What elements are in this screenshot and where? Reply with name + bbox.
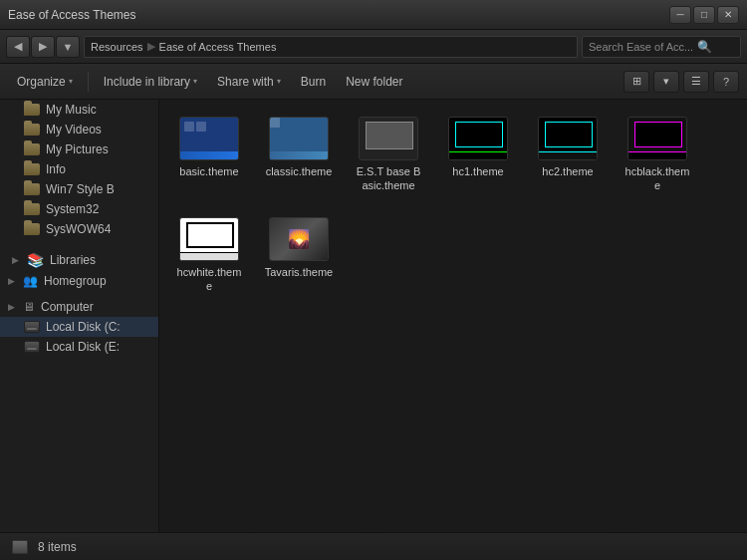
folder-icon [24,203,40,215]
sidebar-item-my-pictures[interactable]: My Pictures [0,140,158,159]
file-label: Tavaris.theme [265,265,333,279]
new-folder-button[interactable]: New folder [337,69,411,95]
expand-arrow: ▶ [8,302,15,312]
toolbar: Organize ▾ Include in library ▾ Share wi… [0,64,747,100]
file-item[interactable]: hcblack.theme [618,110,697,200]
back-button[interactable]: ◀ [6,36,30,58]
share-with-dropdown-arrow: ▾ [277,77,281,86]
status-item-count: 8 items [38,540,77,554]
sidebar-item-my-music[interactable]: My Music [0,100,158,120]
title-bar: Ease of Access Themes ─ □ ✕ [0,0,747,30]
folder-icon [24,223,40,235]
view-dropdown-button[interactable]: ▾ [653,71,679,93]
toolbar-right: ⊞ ▾ ☰ ? [623,71,739,93]
sidebar: My Music My Videos My Pictures Info Win7… [0,100,159,532]
burn-button[interactable]: Burn [292,69,335,95]
file-icon-est [359,117,418,160]
file-icon-hcblack [627,117,687,160]
dropdown-button[interactable]: ▼ [56,36,80,58]
expand-arrow: ▶ [8,276,15,286]
file-item[interactable]: hc1.theme [438,110,518,200]
include-library-dropdown-arrow: ▾ [193,77,197,86]
file-grid: basic.theme classic.theme E.S.T base Bas… [169,110,737,300]
main-area: My Music My Videos My Pictures Info Win7… [0,100,747,532]
libraries-icon: 📚 [27,252,44,268]
toolbar-separator-1 [88,72,89,92]
file-item[interactable]: basic.theme [169,110,249,200]
view-details-button[interactable]: ☰ [683,71,709,93]
sidebar-item-local-disk-e[interactable]: Local Disk (E: [0,337,158,357]
share-with-button[interactable]: Share with ▾ [208,69,290,95]
file-icon-hcwhite [179,217,239,261]
file-item[interactable]: classic.theme [259,110,339,200]
file-icon-hc1 [448,117,508,160]
file-icon-classic [269,117,329,160]
search-placeholder: Search Ease of Acc... [589,41,693,53]
file-label: hc2.theme [542,164,593,178]
view-icons-button[interactable]: ⊞ [623,71,649,93]
status-bar: 8 items [0,532,747,560]
folder-icon [24,183,40,195]
sidebar-item-win7-style-b[interactable]: Win7 Style B [0,179,158,199]
file-icon-basic [179,117,239,160]
address-bar: ◀ ▶ ▼ Resources ▶ Ease of Access Themes … [0,30,747,64]
minimize-button[interactable]: ─ [669,6,691,24]
file-label: hcblack.theme [622,164,692,193]
breadcrumb-sep: ▶ [147,40,155,53]
breadcrumb-current[interactable]: Ease of Access Themes [159,41,277,53]
sidebar-item-homegroup[interactable]: ▶ 👥 Homegroup [0,271,158,291]
drive-icon [24,321,40,333]
include-library-button[interactable]: Include in library ▾ [95,69,206,95]
file-item[interactable]: hc2.theme [528,110,608,200]
folder-icon [24,104,40,116]
forward-button[interactable]: ▶ [31,36,55,58]
close-button[interactable]: ✕ [717,6,739,24]
folder-icon [24,124,40,136]
file-label: basic.theme [179,164,238,178]
sidebar-item-syswow64[interactable]: SysWOW64 [0,219,158,239]
file-label: E.S.T base Basic.theme [354,164,423,193]
sidebar-item-libraries[interactable]: ▶ 📚 Libraries [0,249,158,271]
sidebar-item-my-videos[interactable]: My Videos [0,120,158,140]
organize-button[interactable]: Organize ▾ [8,69,82,95]
sidebar-item-computer[interactable]: ▶ 🖥 Computer [0,297,158,317]
search-icon: 🔍 [697,40,712,54]
expand-arrow: ▶ [12,255,19,265]
file-label: hcwhite.theme [174,265,244,294]
file-item[interactable]: E.S.T base Basic.theme [349,110,428,200]
sidebar-item-system32[interactable]: System32 [0,199,158,219]
drive-icon [24,341,40,353]
file-content-area: basic.theme classic.theme E.S.T base Bas… [159,100,747,532]
file-icon-hc2 [538,117,598,160]
file-label: classic.theme [266,164,333,178]
file-label: hc1.theme [452,164,503,178]
help-button[interactable]: ? [713,71,739,93]
file-icon-tavaris: 🌄 [269,217,329,261]
breadcrumb[interactable]: Resources ▶ Ease of Access Themes [84,36,578,58]
search-box[interactable]: Search Ease of Acc... 🔍 [582,36,741,58]
file-item[interactable]: 🌄 Tavaris.theme [259,210,339,301]
status-folder-icon [12,540,28,554]
folder-icon [24,143,40,155]
title-text: Ease of Access Themes [8,8,136,22]
computer-icon: 🖥 [23,300,35,314]
maximize-button[interactable]: □ [693,6,715,24]
file-item[interactable]: hcwhite.theme [169,210,249,301]
folder-icon [24,163,40,175]
nav-group: ◀ ▶ ▼ [6,36,80,58]
sidebar-item-local-disk-c[interactable]: Local Disk (C: [0,317,158,337]
breadcrumb-resources[interactable]: Resources [91,41,143,53]
homegroup-icon: 👥 [23,274,38,288]
organize-dropdown-arrow: ▾ [69,77,73,86]
sidebar-item-info[interactable]: Info [0,159,158,179]
window-controls: ─ □ ✕ [669,6,739,24]
